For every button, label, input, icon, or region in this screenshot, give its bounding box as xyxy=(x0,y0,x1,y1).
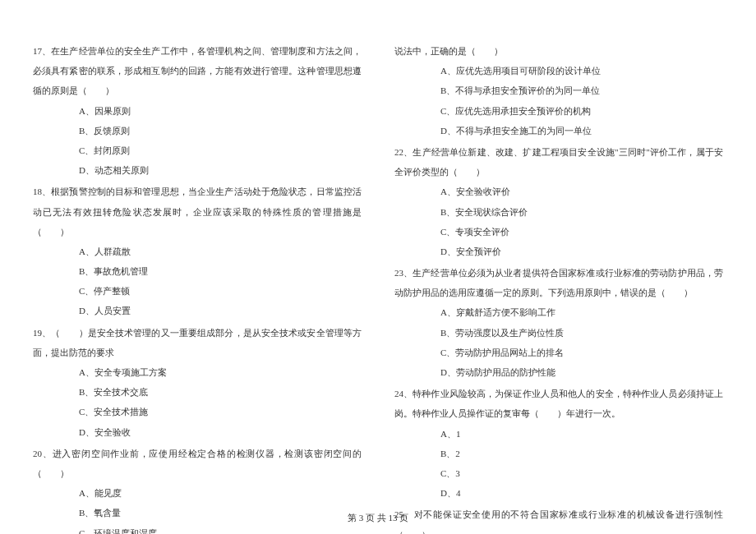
question-19: 19、（ ）是安全技术管理的又一重要组成部分，是从安全技术或安全管理等方面，提出… xyxy=(33,323,362,442)
option-c: C、劳动防护用品网站上的排名 xyxy=(440,343,723,362)
question-stem: 19、（ ）是安全技术管理的又一重要组成部分，是从安全技术或安全管理等方面，提出… xyxy=(33,323,362,362)
question-17: 17、在生产经营单位的安全生产工作中，各管理机构之间、管理制度和方法之间，必须具… xyxy=(33,41,362,180)
option-d: D、动态相关原则 xyxy=(79,160,362,180)
option-a: A、穿戴舒适方便不影响工作 xyxy=(440,302,723,322)
question-stem: 说法中，正确的是（ ） xyxy=(394,41,723,61)
option-b: B、不得与承担安全预评价的为同一单位 xyxy=(440,81,723,100)
question-25: 25、对不能保证安全使用的不符合国家标准或行业标准的机械设备进行强制性（ ） A… xyxy=(394,504,723,534)
option-a: A、能见度 xyxy=(79,483,362,503)
option-c: C、停产整顿 xyxy=(79,281,362,301)
options-list: A、因果原则 B、反馈原则 C、封闭原则 D、动态相关原则 xyxy=(33,101,362,181)
question-stem: 25、对不能保证安全使用的不符合国家标准或行业标准的机械设备进行强制性（ ） xyxy=(394,504,723,534)
option-b: B、氧含量 xyxy=(79,503,362,522)
options-list: A、人群疏散 B、事故危机管理 C、停产整顿 D、人员安置 xyxy=(33,242,362,321)
question-20: 20、进入密闭空间作业前，应使用经检定合格的检测仪器，检测该密闭空间的（ ） A… xyxy=(33,444,362,534)
option-b: B、反馈原则 xyxy=(79,121,362,140)
question-24: 24、特种作业风险较高，为保证作业人员和他人的安全，特种作业人员必须持证上岗。特… xyxy=(394,384,723,503)
question-stem: 24、特种作业风险较高，为保证作业人员和他人的安全，特种作业人员必须持证上岗。特… xyxy=(394,384,723,423)
option-c: C、专项安全评价 xyxy=(440,222,723,242)
question-18: 18、根据预警控制的目标和管理思想，当企业生产活动处于危险状态，日常监控活动已无… xyxy=(33,182,362,320)
option-c: C、3 xyxy=(440,463,723,483)
option-a: A、人群疏散 xyxy=(79,242,362,261)
question-stem: 17、在生产经营单位的安全生产工作中，各管理机构之间、管理制度和方法之间，必须具… xyxy=(33,41,362,101)
option-c: C、应优先选用承担安全预评价的机构 xyxy=(440,101,723,121)
options-list: A、安全验收评价 B、安全现状综合评价 C、专项安全评价 D、安全预评价 xyxy=(394,182,723,261)
option-a: A、因果原则 xyxy=(79,101,362,121)
option-d: D、人员安置 xyxy=(79,301,362,320)
option-c: C、封闭原则 xyxy=(79,140,362,160)
option-a: A、1 xyxy=(440,424,723,444)
options-list: A、能见度 B、氧含量 C、环境温度和湿度 D、噪声强度 xyxy=(33,483,362,534)
option-b: B、劳动强度以及生产岗位性质 xyxy=(440,323,723,343)
options-list: A、1 B、2 C、3 D、4 xyxy=(394,424,723,504)
question-stem: 22、生产经营单位新建、改建、扩建工程项目安全设施"三同时"评价工作，属于安全评… xyxy=(394,142,723,182)
option-d: D、安全预评价 xyxy=(440,242,723,261)
question-stem: 20、进入密闭空间作业前，应使用经检定合格的检测仪器，检测该密闭空间的（ ） xyxy=(33,444,362,483)
page-content: 17、在生产经营单位的安全生产工作中，各管理机构之间、管理制度和方法之间，必须具… xyxy=(0,0,756,501)
option-b: B、安全技术交底 xyxy=(79,382,362,402)
question-stem: 18、根据预警控制的目标和管理思想，当企业生产活动处于危险状态，日常监控活动已无… xyxy=(33,182,362,242)
option-a: A、应优先选用项目可研阶段的设计单位 xyxy=(440,61,723,81)
option-a: A、安全验收评价 xyxy=(440,182,723,201)
option-d: D、劳动防护用品的防护性能 xyxy=(440,362,723,382)
right-column: 说法中，正确的是（ ） A、应优先选用项目可研阶段的设计单位 B、不得与承担安全… xyxy=(394,41,723,493)
option-c: C、安全技术措施 xyxy=(79,402,362,421)
question-stem: 23、生产经营单位必须为从业者提供符合国家标准或行业标准的劳动防护用品，劳动防护… xyxy=(394,263,723,302)
option-d: D、4 xyxy=(440,483,723,503)
options-list: A、安全专项施工方案 B、安全技术交底 C、安全技术措施 D、安全验收 xyxy=(33,362,362,442)
question-23: 23、生产经营单位必须为从业者提供符合国家标准或行业标准的劳动防护用品，劳动防护… xyxy=(394,263,723,382)
option-a: A、安全专项施工方案 xyxy=(79,362,362,382)
question-21-continued: 说法中，正确的是（ ） A、应优先选用项目可研阶段的设计单位 B、不得与承担安全… xyxy=(394,41,723,140)
option-d: D、不得与承担安全施工的为同一单位 xyxy=(440,121,723,140)
question-22: 22、生产经营单位新建、改建、扩建工程项目安全设施"三同时"评价工作，属于安全评… xyxy=(394,142,723,261)
options-list: A、应优先选用项目可研阶段的设计单位 B、不得与承担安全预评价的为同一单位 C、… xyxy=(394,61,723,140)
options-list: A、穿戴舒适方便不影响工作 B、劳动强度以及生产岗位性质 C、劳动防护用品网站上… xyxy=(394,302,723,382)
option-b: B、事故危机管理 xyxy=(79,261,362,281)
option-b: B、安全现状综合评价 xyxy=(440,202,723,222)
left-column: 17、在生产经营单位的安全生产工作中，各管理机构之间、管理制度和方法之间，必须具… xyxy=(33,41,362,493)
option-c: C、环境温度和湿度 xyxy=(79,523,362,535)
option-b: B、2 xyxy=(440,444,723,463)
option-d: D、安全验收 xyxy=(79,422,362,442)
